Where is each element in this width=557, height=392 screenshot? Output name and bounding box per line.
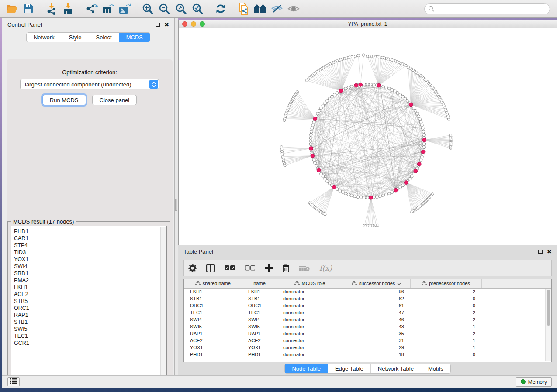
network-leaf-node[interactable]	[284, 164, 286, 167]
mcds-hub-node[interactable]	[354, 83, 358, 87]
mcds-result-item[interactable]: SWI5	[14, 326, 166, 333]
column-header-shared-name[interactable]: shared name	[184, 279, 242, 288]
network-node[interactable]	[312, 158, 315, 162]
network-node[interactable]	[419, 121, 422, 124]
tab-network-table[interactable]: Network Table	[370, 364, 421, 373]
network-node[interactable]	[311, 124, 315, 127]
network-node[interactable]	[401, 95, 405, 98]
network-node[interactable]	[419, 158, 422, 162]
network-node[interactable]	[363, 196, 366, 199]
mcds-hub-node[interactable]	[417, 162, 421, 166]
zoom-out-button[interactable]	[156, 2, 173, 16]
network-node[interactable]	[320, 107, 323, 110]
column-header-name[interactable]: name	[242, 279, 277, 288]
network-node[interactable]	[391, 191, 394, 194]
float-panel-icon[interactable]	[156, 23, 160, 27]
network-node[interactable]	[375, 196, 378, 199]
optimization-criterion-select[interactable]: largest connected component (undirected)	[20, 79, 159, 89]
network-node[interactable]	[333, 93, 336, 96]
table-row[interactable]: SWI4SWI4dominator462	[184, 316, 552, 323]
network-node[interactable]	[324, 102, 327, 105]
table-settings-button[interactable]	[188, 264, 197, 272]
network-node[interactable]	[356, 196, 360, 199]
deselect-all-button[interactable]	[245, 265, 255, 271]
mcds-hub-node[interactable]	[414, 169, 418, 173]
network-node[interactable]	[344, 87, 347, 90]
mcds-hub-node[interactable]	[339, 89, 343, 93]
column-header-predecessor-nodes[interactable]: predecessor nodes	[410, 279, 481, 288]
network-node[interactable]	[311, 127, 314, 130]
network-node[interactable]	[326, 100, 329, 103]
network-node[interactable]	[320, 172, 323, 175]
network-node[interactable]	[322, 104, 325, 107]
network-node[interactable]	[360, 196, 363, 199]
task-history-button[interactable]	[7, 377, 20, 386]
network-node[interactable]	[309, 143, 312, 146]
mcds-result-item[interactable]: PHD1	[14, 228, 166, 235]
vertical-splitter[interactable]	[175, 18, 178, 375]
close-panel-icon[interactable]: ✖	[164, 22, 169, 28]
mcds-hub-node[interactable]	[404, 181, 408, 185]
hide-selected-button[interactable]	[269, 2, 285, 16]
network-node[interactable]	[421, 155, 424, 158]
mcds-result-item[interactable]: ACE2	[14, 291, 166, 298]
network-node[interactable]	[309, 136, 312, 139]
network-leaf-node[interactable]	[366, 55, 369, 58]
network-node[interactable]	[324, 177, 327, 180]
network-node[interactable]	[406, 100, 409, 103]
close-table-panel-icon[interactable]: ✖	[547, 249, 552, 254]
network-node[interactable]	[391, 88, 394, 91]
splitter-grip[interactable]	[175, 199, 177, 211]
column-layout-button[interactable]	[206, 264, 215, 272]
mcds-result-item[interactable]: STB5	[14, 298, 166, 305]
search-input[interactable]	[436, 6, 546, 12]
mcds-list-scrollbar[interactable]	[160, 227, 166, 380]
network-node[interactable]	[309, 133, 312, 136]
network-node[interactable]	[417, 115, 420, 118]
network-node[interactable]	[326, 180, 329, 183]
network-node[interactable]	[341, 191, 344, 194]
network-leaf-node[interactable]	[449, 134, 452, 137]
open-file-button[interactable]	[3, 2, 20, 16]
add-column-button[interactable]	[265, 264, 273, 272]
table-row[interactable]: ORC1ORC1dominator610	[184, 302, 552, 309]
network-leaf-node[interactable]	[324, 213, 326, 216]
mcds-result-item[interactable]: CAR1	[14, 235, 166, 242]
network-leaf-node[interactable]	[362, 54, 365, 56]
table-scrollbar-thumb[interactable]	[547, 290, 550, 326]
mcds-result-list[interactable]: PHD1CAR1STP4TID3YOX1SWI4SRD1PMA2FKH1ACE2…	[11, 226, 167, 380]
tab-select[interactable]: Select	[89, 33, 119, 42]
network-node[interactable]	[363, 83, 366, 86]
clone-network-button[interactable]	[235, 2, 252, 16]
tab-motifs[interactable]: Motifs	[421, 364, 450, 373]
network-node[interactable]	[347, 193, 350, 196]
run-mcds-button[interactable]: Run MCDS	[42, 95, 86, 105]
mcds-result-item[interactable]: FKH1	[14, 284, 166, 291]
column-header-successor-nodes[interactable]: successor nodes	[343, 279, 410, 288]
network-node[interactable]	[322, 175, 325, 178]
network-node[interactable]	[408, 177, 412, 180]
network-node[interactable]	[350, 194, 353, 197]
network-node[interactable]	[382, 85, 385, 88]
import-table-button[interactable]	[60, 2, 76, 16]
mcds-hub-node[interactable]	[309, 147, 313, 151]
network-node[interactable]	[412, 107, 415, 110]
network-leaf-node[interactable]	[283, 119, 286, 121]
import-network-button[interactable]	[43, 2, 60, 16]
mcds-hub-node[interactable]	[369, 196, 373, 199]
close-panel-button[interactable]: Close panel	[92, 95, 137, 105]
network-node[interactable]	[385, 86, 388, 89]
network-node[interactable]	[382, 194, 385, 197]
zoom-fit-button[interactable]	[173, 2, 189, 16]
mcds-result-item[interactable]: STP4	[14, 242, 166, 249]
export-table-button[interactable]	[100, 2, 116, 16]
network-node[interactable]	[414, 109, 417, 112]
network-leaf-node[interactable]	[431, 193, 434, 195]
network-node[interactable]	[387, 87, 391, 90]
first-neighbors-button[interactable]	[252, 2, 269, 16]
table-row[interactable]: YOX1YOX1connector291	[184, 344, 552, 351]
network-node[interactable]	[328, 97, 331, 100]
memory-button[interactable]: Memory	[516, 377, 552, 387]
network-node[interactable]	[347, 86, 350, 89]
network-leaf-node[interactable]	[357, 54, 360, 57]
